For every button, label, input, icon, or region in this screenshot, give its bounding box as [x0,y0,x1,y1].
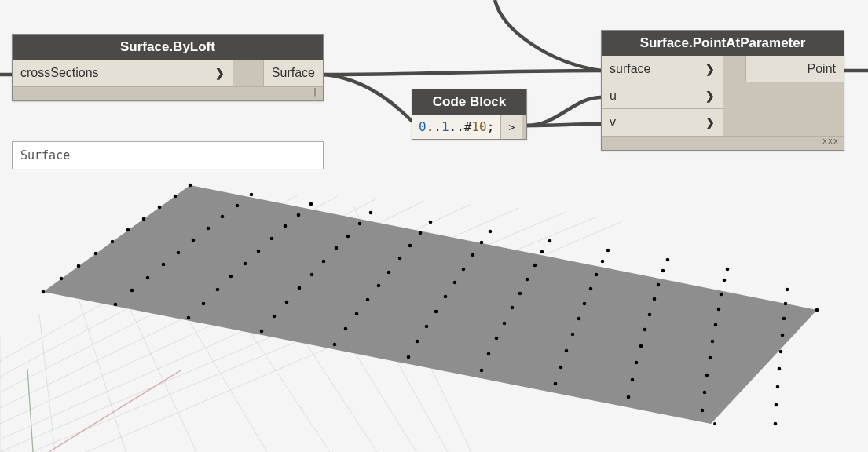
input-port-crosssections[interactable]: crossSections ❯ [13,60,233,86]
svg-point-107 [648,313,652,317]
svg-point-57 [322,260,326,264]
svg-line-0 [0,195,298,361]
svg-point-55 [298,286,302,290]
svg-point-44 [216,288,220,292]
svg-point-100 [601,260,605,264]
svg-point-74 [425,325,429,329]
svg-point-106 [643,328,647,332]
svg-point-38 [207,227,211,231]
output-port-surface[interactable]: Surface [263,60,323,86]
svg-line-11 [79,298,126,452]
node-header[interactable]: Code Block [412,89,526,115]
lacing-indicator[interactable]: xxx [602,136,844,150]
svg-point-40 [236,204,240,208]
node-header[interactable]: Surface.ByLoft [13,35,323,60]
svg-point-103 [631,378,635,382]
svg-point-72 [407,355,411,359]
svg-point-111 [666,258,670,262]
svg-point-87 [518,292,522,296]
svg-point-105 [639,344,643,348]
svg-point-89 [533,264,537,268]
chevron-right-icon[interactable]: ❯ [215,67,225,79]
svg-point-132 [815,308,819,312]
node-surface-pointatparameter[interactable]: Surface.PointAtParameter surface ❯ u ❯ v… [601,30,844,151]
preview-text: Surface [20,148,70,162]
svg-point-96 [577,317,581,321]
svg-point-37 [192,239,196,242]
svg-point-71 [429,221,433,224]
code-input[interactable]: 0..1..#10; [412,115,501,139]
port-label: crossSections [20,66,99,80]
svg-point-49 [284,224,288,228]
svg-line-8 [86,222,621,452]
svg-point-94 [565,349,569,353]
svg-point-95 [571,333,575,337]
svg-line-15 [236,235,377,452]
svg-line-10 [39,314,55,452]
output-port-code[interactable]: > [501,115,522,139]
svg-point-58 [335,246,339,250]
node-header[interactable]: Surface.PointAtParameter [602,31,844,56]
input-port-v[interactable]: v ❯ [602,109,723,136]
svg-point-127 [779,350,783,354]
svg-point-45 [229,275,233,279]
svg-point-46 [244,262,247,266]
svg-point-128 [781,334,785,337]
port-label: Surface [272,66,315,80]
input-port-u[interactable]: u ❯ [602,82,723,109]
svg-line-4 [0,204,471,424]
svg-line-17 [314,214,448,452]
svg-point-76 [444,295,448,299]
svg-point-60 [358,222,362,226]
lacing-indicator[interactable]: | [13,86,323,100]
svg-line-1 [0,196,338,377]
svg-point-131 [786,288,789,292]
svg-point-62 [333,343,337,347]
svg-point-121 [723,279,727,282]
svg-line-7 [31,217,597,452]
node-surface-byloft[interactable]: Surface.ByLoft crossSections ❯ Surface | [12,34,324,101]
svg-point-26 [111,240,115,244]
svg-line-3 [0,201,424,408]
port-label: v [610,115,616,129]
svg-point-53 [273,315,277,319]
svg-point-112 [701,409,705,413]
svg-point-79 [471,253,475,257]
svg-point-48 [270,237,274,241]
svg-point-34 [146,276,150,280]
svg-point-27 [126,228,130,232]
svg-point-102 [627,396,631,399]
svg-marker-21 [43,185,817,424]
chevron-right-icon[interactable]: ❯ [705,89,715,102]
svg-point-91 [548,239,552,243]
svg-point-108 [653,297,657,301]
svg-point-75 [434,310,438,314]
svg-point-80 [480,241,484,245]
svg-point-119 [717,308,721,312]
port-label: Point [808,62,836,76]
svg-line-13 [157,267,267,452]
svg-point-122 [726,268,730,272]
svg-point-56 [310,273,314,277]
svg-line-20 [27,369,33,452]
svg-point-126 [778,367,782,371]
chevron-right-icon[interactable]: ❯ [705,116,715,129]
port-label: surface [610,62,650,76]
chevron-right-icon: > [508,121,515,133]
svg-point-129 [782,317,786,321]
svg-point-28 [142,217,146,221]
svg-point-85 [503,322,507,326]
output-port-point[interactable]: Point [745,56,844,82]
chevron-right-icon[interactable]: ❯ [705,63,715,75]
svg-point-118 [714,323,718,327]
svg-point-115 [705,374,709,377]
svg-point-25 [94,252,98,256]
input-port-surface[interactable]: surface ❯ [602,56,723,82]
svg-point-123 [774,422,778,426]
svg-point-59 [346,235,350,239]
svg-point-22 [42,290,46,294]
node-code-block[interactable]: Code Block 0..1..#10; > [412,89,527,140]
svg-point-68 [398,257,402,261]
svg-point-67 [387,271,391,275]
svg-point-104 [635,361,639,365]
